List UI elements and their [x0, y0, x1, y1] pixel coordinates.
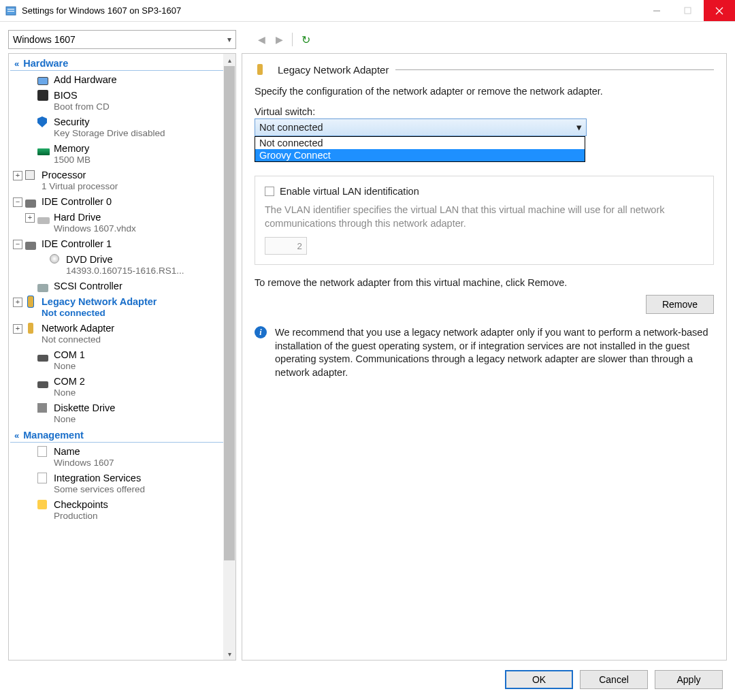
tree-name[interactable]: NameWindows 1607: [10, 444, 223, 471]
diskette-icon: [37, 403, 47, 413]
document-icon: [37, 446, 47, 457]
tree-scrollbar[interactable]: ▴ ▾: [223, 54, 235, 660]
separator: [395, 69, 714, 70]
vlan-id-input: [265, 237, 307, 255]
nav-back-button[interactable]: ◀: [254, 32, 269, 47]
tree-ide1[interactable]: − IDE Controller 1: [10, 236, 223, 252]
maximize-button[interactable]: [672, 0, 704, 21]
network-adapter-icon: [28, 296, 33, 307]
chip-icon: [37, 90, 48, 101]
collapse-icon: «: [14, 59, 19, 69]
remove-button[interactable]: Remove: [646, 295, 714, 314]
tree-processor[interactable]: + Processor1 Virtual processor: [10, 168, 223, 194]
info-icon: i: [255, 326, 267, 338]
expand-icon[interactable]: +: [25, 213, 35, 223]
collapse-icon: «: [14, 430, 19, 441]
dropdown-option-groovy-connect[interactable]: Groovy Connect: [255, 149, 585, 161]
cpu-icon: [25, 170, 35, 180]
info-text: We recommend that you use a legacy netwo…: [275, 326, 714, 379]
section-management[interactable]: « Management: [10, 427, 223, 443]
shield-icon: [37, 116, 47, 127]
tree-com2[interactable]: COM 2None: [10, 374, 223, 400]
controller-icon: [25, 200, 36, 208]
virtual-switch-label: Virtual switch:: [255, 106, 714, 117]
tree-ide0[interactable]: − IDE Controller 0: [10, 194, 223, 210]
scsi-icon: [37, 284, 48, 292]
hard-drive-icon: [37, 217, 50, 224]
tree-hard-drive[interactable]: + Hard DriveWindows 1607.vhdx: [10, 210, 223, 236]
serial-port-icon: [37, 355, 48, 362]
separator: [292, 33, 293, 46]
checkpoint-icon: [37, 500, 47, 509]
virtual-switch-dropdown[interactable]: Not connected ▾: [255, 118, 587, 136]
tree-network-adapter[interactable]: + Network AdapterNot connected: [10, 321, 223, 347]
window-controls: [641, 0, 735, 21]
detail-title: Legacy Network Adapter: [278, 64, 389, 76]
tree-security[interactable]: SecurityKey Storage Drive disabled: [10, 114, 223, 141]
document-icon: [37, 473, 47, 483]
vm-selector-dropdown[interactable]: Windows 1607 ▾: [8, 30, 236, 49]
tree-legacy-network-adapter[interactable]: + Legacy Network AdapterNot connected: [10, 294, 223, 321]
window-title: Settings for Windows 1607 on SP3-1607: [22, 5, 641, 16]
apply-button[interactable]: Apply: [655, 670, 723, 689]
vlan-enable-checkbox[interactable]: [265, 187, 274, 196]
close-button[interactable]: [704, 0, 735, 21]
minimize-button[interactable]: [641, 0, 672, 21]
scroll-down-icon[interactable]: ▾: [223, 648, 235, 660]
hardware-tree-panel: « Hardware Add Hardware BIOSBoot from CD…: [8, 53, 236, 661]
chevron-down-icon: ▾: [576, 122, 582, 133]
tree-scsi[interactable]: SCSI Controller: [10, 279, 223, 294]
svg-rect-1: [7, 9, 14, 10]
vlan-group: Enable virtual LAN identification The VL…: [255, 176, 714, 265]
chevron-down-icon: ▾: [227, 35, 231, 44]
vlan-enable-label: Enable virtual LAN identification: [280, 186, 419, 197]
tree-add-hardware[interactable]: Add Hardware: [10, 72, 223, 88]
nav-forward-button[interactable]: ▶: [272, 32, 287, 47]
monitor-icon: [37, 77, 48, 85]
memory-icon: [37, 148, 50, 155]
remove-description: To remove the network adapter from this …: [255, 277, 714, 288]
tree-bios[interactable]: BIOSBoot from CD: [10, 88, 223, 114]
scroll-thumb[interactable]: [224, 66, 235, 560]
expand-icon[interactable]: +: [13, 171, 22, 180]
toolbar: Windows 1607 ▾ ◀ ▶ ↻: [8, 30, 727, 49]
expand-icon[interactable]: +: [13, 298, 22, 307]
svg-rect-2: [7, 11, 14, 12]
controller-icon: [25, 242, 36, 250]
expand-icon[interactable]: +: [13, 324, 22, 334]
collapse-icon[interactable]: −: [13, 197, 22, 207]
cancel-button[interactable]: Cancel: [580, 670, 648, 689]
collapse-icon[interactable]: −: [13, 240, 22, 249]
tree-checkpoints[interactable]: CheckpointsProduction: [10, 497, 223, 524]
scroll-up-icon[interactable]: ▴: [223, 54, 235, 66]
tree-diskette[interactable]: Diskette DriveNone: [10, 400, 223, 427]
vm-selector-value: Windows 1607: [13, 34, 76, 45]
settings-window-icon: [5, 5, 16, 16]
tree-memory[interactable]: Memory1500 MB: [10, 141, 223, 168]
network-adapter-icon: [257, 64, 263, 75]
tree-integration-services[interactable]: Integration ServicesSome services offere…: [10, 471, 223, 497]
virtual-switch-options: Not connected Groovy Connect: [255, 136, 585, 162]
svg-rect-4: [685, 7, 691, 14]
detail-description: Specify the configuration of the network…: [255, 86, 714, 97]
vlan-description: The VLAN identifier specifies the virtua…: [265, 204, 704, 230]
refresh-button[interactable]: ↻: [298, 32, 313, 47]
virtual-switch-value: Not connected: [259, 122, 323, 133]
tree-dvd-drive[interactable]: DVD Drive14393.0.160715-1616.RS1...: [10, 252, 223, 279]
titlebar: Settings for Windows 1607 on SP3-1607: [0, 0, 735, 22]
tree-com1[interactable]: COM 1None: [10, 347, 223, 374]
detail-panel: Legacy Network Adapter Specify the confi…: [242, 53, 727, 661]
section-hardware[interactable]: « Hardware: [10, 55, 223, 71]
dropdown-option-not-connected[interactable]: Not connected: [255, 137, 585, 149]
ok-button[interactable]: OK: [505, 670, 573, 689]
network-adapter-icon: [28, 323, 33, 334]
serial-port-icon: [37, 381, 48, 388]
dialog-buttons: OK Cancel Apply: [8, 661, 727, 692]
dvd-icon: [50, 254, 59, 264]
